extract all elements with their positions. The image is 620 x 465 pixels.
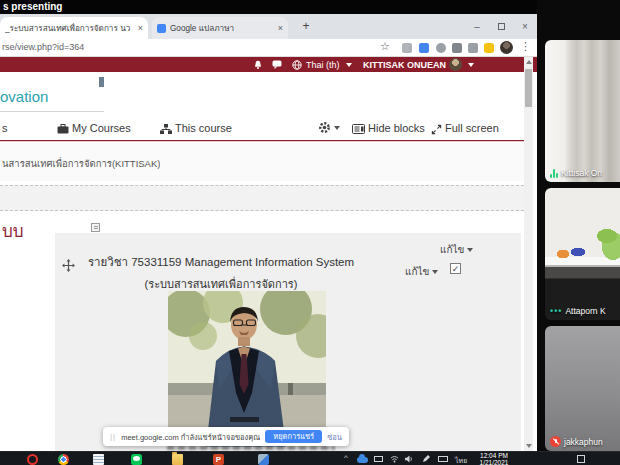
touch-keyboard-icon[interactable] [438, 456, 448, 462]
input-language-indicator[interactable]: ไทย [455, 455, 467, 465]
extension-icon[interactable] [436, 43, 446, 53]
stop-sharing-button[interactable]: หยุดการแชร์ [265, 430, 322, 443]
network-share-icon[interactable] [258, 454, 269, 465]
share-status-text: meet.google.com กำลังแชร์หน้าจอของคุณ [121, 431, 260, 443]
bookmark-star-icon[interactable]: ☆ [380, 40, 390, 53]
nav-divider [0, 140, 524, 142]
opera-icon[interactable] [27, 454, 38, 465]
extension-icon[interactable] [452, 43, 462, 53]
screen: s presenting _ระบบสารสนเทศเพื่อการจัดการ… [0, 0, 620, 465]
course-photo [168, 291, 326, 447]
section-title-fragment: บบ [2, 217, 24, 244]
windows-taskbar: P ^ ไทย 12:04 PM 1/21/2021 [0, 451, 620, 465]
globe-language-icon[interactable] [292, 60, 302, 70]
course-section-card: แก้ไข รายวิชา 75331159 Management Inform… [55, 233, 521, 451]
speaking-indicator-icon: ••• [550, 306, 562, 316]
muted-mic-icon [550, 436, 561, 447]
display-icon[interactable] [374, 456, 383, 462]
meet-share-bar: || meet.google.com กำลังแชร์หน้าจอของคุณ… [103, 427, 349, 446]
drag-handle-icon[interactable]: || [110, 432, 116, 441]
powerpoint-icon[interactable]: P [213, 454, 224, 465]
tab-close-icon[interactable]: × [278, 23, 283, 33]
url-field[interactable]: rse/view.php?id=364 [2, 42, 84, 52]
tab-google-translate[interactable]: Google แปลภาษา × [152, 17, 288, 39]
participant-tile[interactable]: Kittisak On [545, 40, 620, 182]
tray-chevron-icon[interactable]: ^ [344, 453, 348, 462]
caret-down-icon [468, 63, 474, 67]
line-app-icon[interactable] [131, 454, 142, 465]
blurred-text-line [167, 446, 335, 450]
moodle-header: Thai (th) KITTISAK ONUEAN [0, 57, 537, 72]
presenting-banner: s presenting [0, 0, 620, 14]
participant-name: Attaporn K [565, 306, 605, 316]
tab-title: _ระบบสารสนเทศเพื่อการจัดการ นว [5, 22, 134, 35]
thumbs-up-extension-icon[interactable] [484, 43, 494, 53]
site-logo-text[interactable]: ovation [0, 88, 48, 105]
edit-summary-icon[interactable] [91, 223, 100, 232]
speaking-indicator-icon [550, 169, 558, 178]
gear-icon[interactable] [318, 121, 331, 134]
nav-item-my-courses[interactable]: My Courses [72, 122, 131, 134]
notepad-icon[interactable] [93, 454, 104, 465]
course-title-line1: รายวิชา 75331159 Management Information … [55, 253, 387, 271]
edit-menu-activity[interactable]: แก้ไข [405, 264, 438, 279]
chrome-icon[interactable] [58, 454, 69, 465]
file-explorer-icon[interactable] [172, 454, 183, 465]
maximize-button[interactable] [489, 14, 513, 39]
new-tab-button[interactable]: + [298, 18, 314, 34]
scroll-down-icon[interactable] [526, 444, 532, 448]
window-controls: – × [465, 14, 537, 39]
taskbar-clock[interactable]: 12:04 PM 1/21/2021 [474, 452, 514, 465]
caret-down-icon [346, 63, 352, 67]
clock-time: 12:04 PM [474, 452, 514, 459]
hide-share-bar-link[interactable]: ซ่อน [327, 431, 342, 443]
extension-icon[interactable] [402, 43, 412, 53]
tab-title: Google แปลภาษา [170, 22, 274, 35]
wifi-icon[interactable] [390, 455, 399, 463]
address-bar: rse/view.php?id=364 ☆ ⋮ [0, 39, 537, 57]
nav-item-fragment[interactable]: s [2, 122, 8, 134]
browser-menu-icon[interactable]: ⋮ [520, 40, 531, 53]
nav-item-full-screen[interactable]: Full screen [445, 122, 499, 134]
user-menu[interactable]: KITTISAK ONUEAN [363, 60, 446, 70]
browser-profile-avatar[interactable] [500, 41, 513, 54]
nav-item-this-course[interactable]: This course [175, 122, 232, 134]
minimize-button[interactable]: – [465, 14, 489, 39]
pen-icon[interactable] [422, 455, 430, 463]
instructor-portrait [168, 291, 326, 447]
caret-down-icon [334, 126, 340, 130]
scrollbar-thumb[interactable] [525, 69, 532, 107]
messages-icon[interactable] [272, 60, 282, 69]
onedrive-cloud-icon[interactable] [357, 457, 368, 463]
site-logo-fragment [99, 77, 104, 87]
briefcase-icon [57, 124, 69, 134]
scroll-up-icon[interactable] [526, 60, 532, 64]
meet-participants-panel: Kittisak On ••• Attaporn K jakkaphun [537, 0, 620, 465]
edit-label: แก้ไข [440, 242, 464, 257]
select-activity-checkbox[interactable]: ✓ [450, 263, 461, 274]
extension-icon[interactable] [419, 43, 429, 53]
speaker-icon[interactable] [405, 455, 414, 463]
action-center-icon[interactable] [577, 455, 585, 463]
google-translate-icon [157, 24, 166, 33]
notifications-bell-icon[interactable] [253, 60, 263, 70]
clock-date: 1/21/2021 [474, 459, 514, 465]
caret-down-icon [432, 270, 438, 274]
nav-item-hide-blocks[interactable]: Hide blocks [368, 122, 425, 134]
maximize-icon [498, 23, 505, 30]
page-scrollbar[interactable] [524, 57, 533, 451]
breadcrumb[interactable]: นสารสนเทศเพื่อการจัดการ(KITTISAK) [2, 156, 160, 171]
participant-name: Kittisak On [561, 168, 602, 178]
hide-blocks-icon [352, 124, 365, 134]
course-title: รายวิชา 75331159 Management Information … [55, 253, 387, 293]
edit-menu-top[interactable]: แก้ไข [440, 242, 473, 257]
drop-zone-strip [0, 185, 524, 211]
extension-icon[interactable] [468, 43, 478, 53]
tab-course[interactable]: _ระบบสารสนเทศเพื่อการจัดการ นว × [0, 17, 148, 39]
participant-tile[interactable]: ••• Attaporn K [545, 188, 620, 320]
language-menu[interactable]: Thai (th) [306, 60, 340, 70]
participant-tile[interactable]: jakkaphun [545, 326, 620, 451]
close-button[interactable]: × [513, 14, 537, 39]
tab-close-icon[interactable]: × [138, 23, 143, 33]
user-avatar[interactable] [449, 58, 462, 71]
